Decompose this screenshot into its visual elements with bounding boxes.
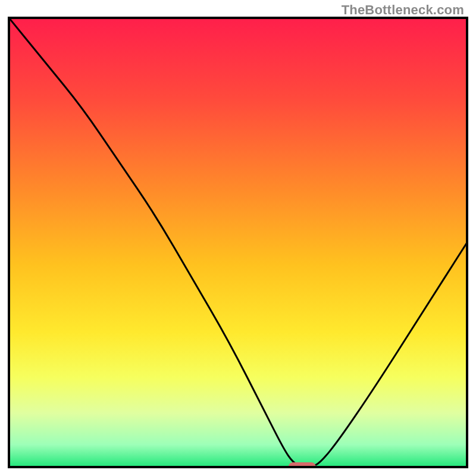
chart-background-gradient <box>9 18 467 467</box>
bottleneck-chart <box>0 0 476 476</box>
